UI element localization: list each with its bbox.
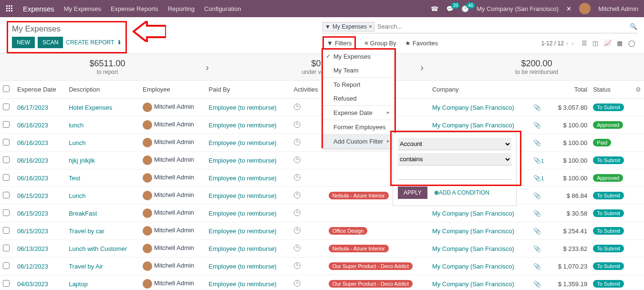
cell-analytic[interactable] xyxy=(326,205,429,222)
cell-activity[interactable] xyxy=(291,258,326,275)
activities-icon[interactable]: 🕐46 xyxy=(461,5,469,12)
card-under-validation[interactable]: $0.00 under validation › xyxy=(215,54,429,80)
paperclip-icon[interactable]: 📎 xyxy=(533,228,541,235)
cell-paidby[interactable]: Employee (to reimburse) xyxy=(206,222,291,240)
nav-expense-reports[interactable]: Expense Reports xyxy=(111,5,158,12)
col-total[interactable]: Total xyxy=(550,81,590,99)
cell-analytic[interactable]: Our Super Product - Deco Addict xyxy=(326,258,429,275)
pager-prev[interactable]: ‹ xyxy=(565,40,569,47)
cell-employee[interactable]: Mitchell Admin xyxy=(140,187,206,205)
cell-employee[interactable]: Mitchell Admin xyxy=(140,205,206,222)
search-input[interactable] xyxy=(374,21,630,32)
phone-icon[interactable]: ☎ xyxy=(431,5,438,12)
col-emp[interactable]: Employee xyxy=(140,81,206,99)
nav-configuration[interactable]: Configuration xyxy=(204,5,241,12)
cell-attachment[interactable]: 📎 xyxy=(530,240,550,258)
cell-desc[interactable]: Lunch with Customer xyxy=(66,240,140,258)
row-checkbox[interactable] xyxy=(3,245,10,251)
col-company[interactable]: Company xyxy=(429,81,530,99)
card-to-reimburse[interactable]: $200.00 to be reimbursed xyxy=(429,54,644,80)
cell-desc[interactable]: BreakFast xyxy=(66,205,140,222)
col-desc[interactable]: Description xyxy=(66,81,140,99)
cell-desc[interactable]: hjkj jnlkjlk xyxy=(66,152,140,169)
row-checkbox[interactable] xyxy=(3,156,10,163)
cell-activity[interactable] xyxy=(291,152,326,169)
view-graph-icon[interactable]: 📈 xyxy=(602,40,613,47)
table-row[interactable]: 06/12/2023Travel by AirMitchell AdminEmp… xyxy=(0,258,644,275)
cell-company[interactable]: My Company (San Francisco) xyxy=(429,240,530,258)
view-list-icon[interactable]: ☰ xyxy=(580,40,589,47)
pager-next[interactable]: › xyxy=(571,40,575,47)
cell-activity[interactable] xyxy=(291,116,326,134)
cell-company[interactable]: My Company (San Francisco) xyxy=(429,116,530,134)
cell-date[interactable]: 06/15/2023 xyxy=(14,187,66,205)
cell-desc[interactable]: Laptop xyxy=(66,275,140,290)
download-icon[interactable]: ⬇ xyxy=(117,39,122,46)
cell-date[interactable]: 04/03/2023 xyxy=(14,275,66,290)
cell-attachment[interactable]: 📎 xyxy=(530,116,550,134)
cell-desc[interactable]: Lunch xyxy=(66,134,140,152)
cell-company[interactable]: My Company (San Francisco) xyxy=(429,99,530,116)
cell-activity[interactable] xyxy=(291,222,326,240)
paperclip-icon[interactable]: 📎 xyxy=(533,104,541,111)
table-row[interactable]: 06/13/2023Lunch with CustomerMitchell Ad… xyxy=(0,240,644,258)
cell-attachment[interactable]: 📎 xyxy=(530,275,550,290)
company-selector[interactable]: My Company (San Francisco) xyxy=(477,5,559,12)
filter-former-employees[interactable]: Former Employees xyxy=(323,120,394,134)
cell-paidby[interactable]: Employee (to reimburse) xyxy=(206,169,291,187)
paperclip-icon[interactable]: 📎 xyxy=(533,122,541,129)
cell-employee[interactable]: Mitchell Admin xyxy=(140,258,206,275)
custom-filter-field[interactable]: Account xyxy=(398,138,511,150)
paperclip-icon[interactable]: 📎 xyxy=(533,245,541,252)
row-checkbox[interactable] xyxy=(3,262,10,269)
cell-desc[interactable]: Hotel Expenses xyxy=(66,99,140,116)
cell-employee[interactable]: Mitchell Admin xyxy=(140,222,206,240)
cell-activity[interactable] xyxy=(291,187,326,205)
filter-my-team[interactable]: My Team xyxy=(323,63,394,77)
cell-activity[interactable] xyxy=(291,205,326,222)
view-kanban-icon[interactable]: ◫ xyxy=(591,40,600,47)
table-row[interactable]: 06/15/2023BreakFastMitchell AdminEmploye… xyxy=(0,205,644,222)
view-activity-icon[interactable]: ◯ xyxy=(626,40,637,47)
table-row[interactable]: 06/17/2023Hotel ExpensesMitchell AdminEm… xyxy=(0,99,644,116)
table-row[interactable]: 06/15/2023LunchMitchell AdminEmployee (t… xyxy=(0,187,644,205)
app-brand[interactable]: Expenses xyxy=(23,5,54,13)
cell-attachment[interactable]: 📎1 xyxy=(530,152,550,169)
cell-paidby[interactable]: Employee (to reimburse) xyxy=(206,152,291,169)
cell-company[interactable]: My Company (San Francisco) xyxy=(429,222,530,240)
cell-activity[interactable] xyxy=(291,169,326,187)
col-act[interactable]: Activities xyxy=(291,81,326,99)
cell-date[interactable]: 06/13/2023 xyxy=(14,240,66,258)
paperclip-icon[interactable]: 📎 xyxy=(533,263,541,270)
cell-date[interactable]: 06/16/2023 xyxy=(14,134,66,152)
cell-paidby[interactable]: Employee (to reimburse) xyxy=(206,275,291,290)
cell-date[interactable]: 06/17/2023 xyxy=(14,99,66,116)
filter-expense-date[interactable]: Expense Date xyxy=(323,105,394,120)
cell-desc[interactable]: Lunch xyxy=(66,187,140,205)
cell-paidby[interactable]: Employee (to reimburse) xyxy=(206,205,291,222)
row-checkbox[interactable] xyxy=(3,121,10,128)
cell-employee[interactable]: Mitchell Admin xyxy=(140,99,206,116)
cell-date[interactable]: 06/16/2023 xyxy=(14,152,66,169)
user-name[interactable]: Mitchell Admin xyxy=(598,5,638,12)
cell-paidby[interactable]: Employee (to reimburse) xyxy=(206,258,291,275)
paperclip-icon[interactable]: 📎 xyxy=(533,192,541,199)
adjust-columns-icon[interactable]: ⚙ xyxy=(635,86,641,93)
cell-attachment[interactable]: 📎 xyxy=(530,187,550,205)
cell-date[interactable]: 06/12/2023 xyxy=(14,258,66,275)
cell-company[interactable]: My Company (San Francisco) xyxy=(429,205,530,222)
cell-activity[interactable] xyxy=(291,275,326,290)
cell-desc[interactable]: Test xyxy=(66,169,140,187)
cell-employee[interactable]: Mitchell Admin xyxy=(140,240,206,258)
cell-paidby[interactable]: Employee (to reimburse) xyxy=(206,116,291,134)
table-row[interactable]: 06/16/2023lunchMitchell AdminEmployee (t… xyxy=(0,116,644,134)
table-row[interactable]: 06/16/2023TestMitchell AdminEmployee (to… xyxy=(0,169,644,187)
cell-attachment[interactable]: 📎 xyxy=(530,205,550,222)
cell-desc[interactable]: Travel by Air xyxy=(66,258,140,275)
create-report-button[interactable]: CREATE REPORT xyxy=(66,39,114,46)
groupby-button[interactable]: ≡Group By xyxy=(364,40,396,47)
cell-desc[interactable]: Travel by car xyxy=(66,222,140,240)
cell-employee[interactable]: Mitchell Admin xyxy=(140,116,206,134)
row-checkbox[interactable] xyxy=(3,209,10,216)
cell-date[interactable]: 06/15/2023 xyxy=(14,205,66,222)
